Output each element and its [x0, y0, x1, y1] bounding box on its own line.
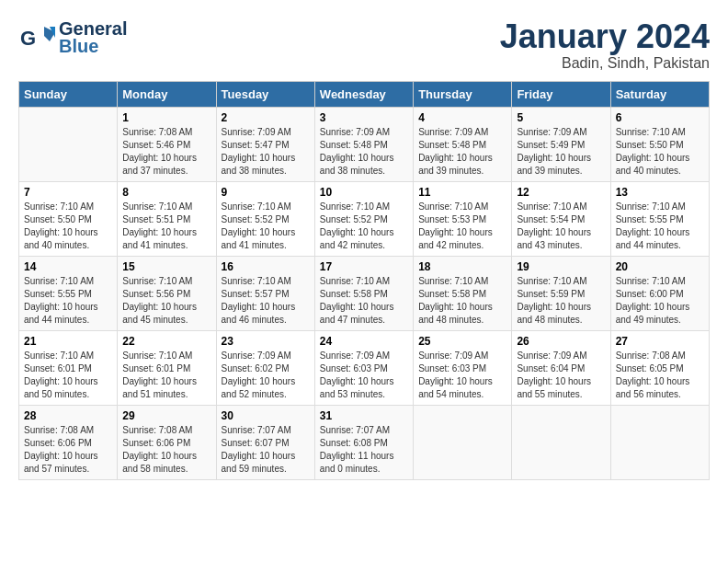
calendar-week-row: 1Sunrise: 7:08 AMSunset: 5:46 PMDaylight…: [19, 107, 710, 181]
day-info: Sunrise: 7:10 AMSunset: 6:00 PMDaylight:…: [616, 275, 704, 327]
calendar-cell: 31Sunrise: 7:07 AMSunset: 6:08 PMDayligh…: [314, 405, 413, 479]
day-number: 22: [122, 335, 210, 348]
day-number: 31: [320, 409, 408, 422]
day-number: 28: [24, 409, 112, 422]
day-number: 30: [222, 409, 310, 422]
day-number: 5: [517, 111, 605, 124]
day-number: 7: [24, 186, 112, 199]
day-info: Sunrise: 7:07 AMSunset: 6:08 PMDaylight:…: [320, 424, 408, 476]
calendar-cell: 24Sunrise: 7:09 AMSunset: 6:03 PMDayligh…: [314, 330, 413, 405]
calendar-cell: 28Sunrise: 7:08 AMSunset: 6:06 PMDayligh…: [19, 405, 118, 479]
calendar-cell: 23Sunrise: 7:09 AMSunset: 6:02 PMDayligh…: [216, 330, 314, 405]
calendar-week-row: 21Sunrise: 7:10 AMSunset: 6:01 PMDayligh…: [19, 330, 710, 405]
day-number: 24: [320, 335, 408, 348]
calendar-cell: 22Sunrise: 7:10 AMSunset: 6:01 PMDayligh…: [118, 330, 216, 405]
day-header-thursday: Thursday: [414, 81, 512, 107]
calendar-cell: 15Sunrise: 7:10 AMSunset: 5:56 PMDayligh…: [118, 256, 216, 330]
calendar-cell: 21Sunrise: 7:10 AMSunset: 6:01 PMDayligh…: [19, 330, 118, 405]
day-info: Sunrise: 7:09 AMSunset: 5:48 PMDaylight:…: [320, 126, 408, 178]
day-number: 3: [320, 111, 408, 124]
day-info: Sunrise: 7:08 AMSunset: 5:46 PMDaylight:…: [122, 126, 210, 178]
calendar-cell: 6Sunrise: 7:10 AMSunset: 5:50 PMDaylight…: [610, 107, 709, 181]
day-info: Sunrise: 7:10 AMSunset: 5:53 PMDaylight:…: [418, 201, 506, 252]
day-info: Sunrise: 7:10 AMSunset: 5:52 PMDaylight:…: [320, 201, 408, 252]
calendar-cell: 27Sunrise: 7:08 AMSunset: 6:05 PMDayligh…: [610, 330, 709, 405]
calendar-cell: 8Sunrise: 7:10 AMSunset: 5:51 PMDaylight…: [118, 181, 216, 256]
day-number: 4: [418, 111, 506, 124]
day-number: 2: [222, 111, 310, 124]
day-number: 11: [418, 186, 506, 199]
day-info: Sunrise: 7:09 AMSunset: 5:49 PMDaylight:…: [517, 126, 605, 178]
day-info: Sunrise: 7:08 AMSunset: 6:06 PMDaylight:…: [122, 424, 210, 476]
calendar-cell: 20Sunrise: 7:10 AMSunset: 6:00 PMDayligh…: [610, 256, 709, 330]
calendar-cell: 7Sunrise: 7:10 AMSunset: 5:50 PMDaylight…: [19, 181, 118, 256]
day-info: Sunrise: 7:10 AMSunset: 5:55 PMDaylight:…: [616, 201, 704, 252]
calendar-cell: [19, 107, 118, 181]
day-info: Sunrise: 7:10 AMSunset: 5:57 PMDaylight:…: [222, 275, 310, 327]
calendar-week-row: 7Sunrise: 7:10 AMSunset: 5:50 PMDaylight…: [19, 181, 710, 256]
day-number: 17: [320, 260, 408, 273]
calendar-cell: 12Sunrise: 7:10 AMSunset: 5:54 PMDayligh…: [512, 181, 610, 256]
day-number: 1: [122, 111, 210, 124]
calendar-cell: 25Sunrise: 7:09 AMSunset: 6:03 PMDayligh…: [414, 330, 512, 405]
calendar-cell: 4Sunrise: 7:09 AMSunset: 5:48 PMDaylight…: [414, 107, 512, 181]
calendar-cell: 16Sunrise: 7:10 AMSunset: 5:57 PMDayligh…: [216, 256, 314, 330]
logo-icon: G: [18, 19, 55, 56]
calendar-cell: 3Sunrise: 7:09 AMSunset: 5:48 PMDaylight…: [314, 107, 413, 181]
day-info: Sunrise: 7:10 AMSunset: 6:01 PMDaylight:…: [122, 350, 210, 401]
calendar-cell: 13Sunrise: 7:10 AMSunset: 5:55 PMDayligh…: [610, 181, 709, 256]
day-number: 10: [320, 186, 408, 199]
calendar-cell: [414, 405, 512, 479]
day-number: 20: [616, 260, 704, 273]
page-header: G General Blue January 2024 Badin, Sindh…: [18, 18, 710, 72]
day-info: Sunrise: 7:10 AMSunset: 5:59 PMDaylight:…: [517, 275, 605, 327]
day-info: Sunrise: 7:10 AMSunset: 5:52 PMDaylight:…: [222, 201, 310, 252]
svg-text:G: G: [20, 27, 36, 50]
calendar-cell: 1Sunrise: 7:08 AMSunset: 5:46 PMDaylight…: [118, 107, 216, 181]
calendar-cell: 19Sunrise: 7:10 AMSunset: 5:59 PMDayligh…: [512, 256, 610, 330]
calendar-cell: 9Sunrise: 7:10 AMSunset: 5:52 PMDaylight…: [216, 181, 314, 256]
day-number: 25: [418, 335, 506, 348]
day-number: 21: [24, 335, 112, 348]
day-info: Sunrise: 7:10 AMSunset: 5:50 PMDaylight:…: [616, 126, 704, 178]
calendar-cell: 17Sunrise: 7:10 AMSunset: 5:58 PMDayligh…: [314, 256, 413, 330]
calendar-cell: 30Sunrise: 7:07 AMSunset: 6:07 PMDayligh…: [216, 405, 314, 479]
day-number: 19: [517, 260, 605, 273]
day-header-sunday: Sunday: [19, 81, 118, 107]
calendar-cell: 5Sunrise: 7:09 AMSunset: 5:49 PMDaylight…: [512, 107, 610, 181]
day-number: 18: [418, 260, 506, 273]
day-info: Sunrise: 7:10 AMSunset: 5:51 PMDaylight:…: [122, 201, 210, 252]
day-info: Sunrise: 7:10 AMSunset: 5:58 PMDaylight:…: [418, 275, 506, 327]
day-number: 15: [122, 260, 210, 273]
day-header-wednesday: Wednesday: [314, 81, 413, 107]
day-info: Sunrise: 7:09 AMSunset: 5:48 PMDaylight:…: [418, 126, 506, 178]
day-number: 9: [222, 186, 310, 199]
day-info: Sunrise: 7:09 AMSunset: 6:03 PMDaylight:…: [320, 350, 408, 401]
day-number: 8: [122, 186, 210, 199]
calendar-cell: 29Sunrise: 7:08 AMSunset: 6:06 PMDayligh…: [118, 405, 216, 479]
day-info: Sunrise: 7:08 AMSunset: 6:06 PMDaylight:…: [24, 424, 112, 476]
day-number: 29: [122, 409, 210, 422]
day-info: Sunrise: 7:10 AMSunset: 5:58 PMDaylight:…: [320, 275, 408, 327]
day-number: 23: [222, 335, 310, 348]
calendar-cell: 11Sunrise: 7:10 AMSunset: 5:53 PMDayligh…: [414, 181, 512, 256]
location-subtitle: Badin, Sindh, Pakistan: [500, 55, 710, 72]
day-number: 26: [517, 335, 605, 348]
calendar-cell: [512, 405, 610, 479]
day-info: Sunrise: 7:10 AMSunset: 5:55 PMDaylight:…: [24, 275, 112, 327]
day-info: Sunrise: 7:09 AMSunset: 6:02 PMDaylight:…: [222, 350, 310, 401]
calendar-cell: [610, 405, 709, 479]
day-info: Sunrise: 7:10 AMSunset: 5:54 PMDaylight:…: [517, 201, 605, 252]
logo: G General Blue: [18, 18, 127, 57]
day-number: 6: [616, 111, 704, 124]
day-info: Sunrise: 7:09 AMSunset: 6:04 PMDaylight:…: [517, 350, 605, 401]
day-number: 16: [222, 260, 310, 273]
calendar-cell: 26Sunrise: 7:09 AMSunset: 6:04 PMDayligh…: [512, 330, 610, 405]
day-header-friday: Friday: [512, 81, 610, 107]
day-header-tuesday: Tuesday: [216, 81, 314, 107]
calendar-week-row: 14Sunrise: 7:10 AMSunset: 5:55 PMDayligh…: [19, 256, 710, 330]
day-info: Sunrise: 7:09 AMSunset: 5:47 PMDaylight:…: [222, 126, 310, 178]
day-number: 13: [616, 186, 704, 199]
calendar-cell: 14Sunrise: 7:10 AMSunset: 5:55 PMDayligh…: [19, 256, 118, 330]
day-info: Sunrise: 7:10 AMSunset: 5:50 PMDaylight:…: [24, 201, 112, 252]
